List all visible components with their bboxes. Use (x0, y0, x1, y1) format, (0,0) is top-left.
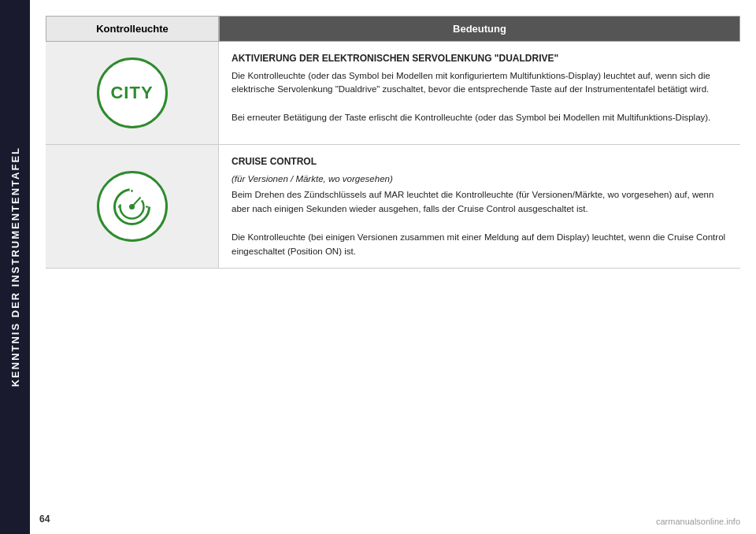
table-header: Kontrolleuchte Bedeutung (46, 16, 740, 42)
sidebar-label: KENNTNIS DER INSTRUMENTENTAFEL (9, 146, 21, 387)
sidebar: KENNTNIS DER INSTRUMENTENTAFEL (0, 0, 30, 534)
city-icon: CITY (97, 57, 168, 128)
page-number: 64 (39, 514, 50, 525)
city-paragraph1: Die Kontrolleuchte (oder das Symbol bei … (232, 71, 710, 95)
header-bedeutung: Bedeutung (219, 16, 740, 42)
cruise-paragraph2: Die Kontrolleuchte (bei einigen Versione… (232, 232, 725, 256)
text-cell-cruise: CRUISE CONTROL (für Versionen / Märkte, … (219, 145, 740, 268)
icon-cell-city: CITY (46, 42, 219, 144)
header-kontrolle: Kontrolleuchte (46, 16, 219, 42)
city-icon-label: CITY (110, 83, 153, 103)
table-row: CRUISE CONTROL (für Versionen / Märkte, … (46, 145, 740, 269)
cruise-svg (110, 185, 154, 228)
cruise-paragraph1: Beim Drehen des Zündschlüssels auf MAR l… (232, 190, 713, 213)
cruise-title: CRUISE CONTROL (232, 154, 728, 169)
text-cell-city: AKTIVIERUNG DER ELEKTRONISCHEN SERVOLENK… (219, 42, 740, 144)
cruise-icon (97, 171, 168, 242)
main-content: Kontrolleuchte Bedeutung CITY AKTIVIERUN… (30, 0, 756, 534)
icon-cell-cruise (46, 145, 219, 268)
table-row: CITY AKTIVIERUNG DER ELEKTRONISCHEN SERV… (46, 42, 740, 145)
watermark: carmanualsonline.info (656, 517, 740, 526)
cruise-subtitle: (für Versionen / Märkte, wo vorgesehen) (232, 172, 728, 187)
city-title: AKTIVIERUNG DER ELEKTRONISCHEN SERVOLENK… (232, 51, 728, 66)
city-paragraph2: Bei erneuter Betätigung der Taste erlisc… (232, 113, 710, 122)
svg-line-3 (132, 198, 141, 207)
